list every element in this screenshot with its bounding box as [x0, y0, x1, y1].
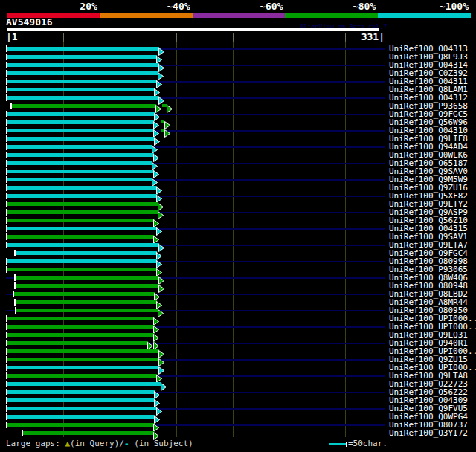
alignment-bar[interactable]: [7, 129, 154, 132]
alignment-bar[interactable]: [7, 145, 152, 149]
bar-start-tick: [6, 176, 7, 183]
alignment-bar[interactable]: [7, 161, 152, 165]
arrowhead-icon: [153, 314, 159, 323]
alignment-bar[interactable]: [7, 55, 157, 59]
bar-start-tick: [6, 209, 7, 216]
alignment-bar[interactable]: [7, 227, 157, 230]
alignment-bar[interactable]: [7, 325, 154, 329]
alignment-bar[interactable]: [22, 431, 153, 435]
fifty-line-right-tick: [346, 442, 347, 447]
alignment-bar[interactable]: [7, 415, 155, 419]
alignment-bar[interactable]: [7, 374, 157, 378]
arrowhead-icon: [153, 331, 159, 339]
bar-start-tick: [6, 78, 7, 85]
alignment-bar[interactable]: [15, 284, 160, 288]
bar-start-tick: [6, 54, 7, 60]
alignment-bar[interactable]: [7, 382, 161, 386]
bar-start-tick: [6, 323, 7, 330]
gaps-legend-prefix: Large gaps:: [6, 439, 65, 448]
bar-start-tick: [6, 45, 7, 52]
alignment-bar[interactable]: [7, 358, 159, 361]
arrowhead-icon: [158, 274, 164, 282]
alignment-bar[interactable]: [7, 88, 155, 91]
alignment-bar[interactable]: [7, 170, 154, 173]
bar-start-tick: [14, 282, 16, 289]
identity-scale-bar: 20%~40%~60%~80%~100%: [7, 1, 471, 18]
bar-start-tick: [6, 152, 7, 158]
alignment-bar[interactable]: [11, 104, 156, 108]
alignment-bar[interactable]: [7, 63, 159, 67]
alignment-bar[interactable]: [7, 423, 154, 427]
hit-label[interactable]: UniRef100_Q3YI72: [389, 429, 468, 437]
alignment-bar[interactable]: [7, 333, 154, 337]
alignment-bar[interactable]: [7, 47, 159, 51]
arrowhead-icon: [158, 355, 164, 364]
alignment-bar[interactable]: [7, 120, 154, 124]
arrowhead-icon: [156, 404, 162, 413]
alignment-bar[interactable]: [7, 194, 157, 198]
ruler-tick: [345, 33, 346, 42]
bar-start-tick: [6, 94, 7, 101]
alignment-bar[interactable]: [7, 259, 157, 263]
alignment-bar[interactable]: [7, 268, 157, 271]
arrowhead-icon: [155, 102, 161, 110]
arrowhead-icon: [158, 200, 164, 208]
arrowhead-icon: [158, 69, 164, 77]
alignment-bar[interactable]: [7, 341, 148, 345]
alignment-bar[interactable]: [15, 300, 157, 304]
alignment-bar[interactable]: [7, 96, 159, 100]
arrowhead-icon: [154, 413, 160, 421]
bar-start-tick: [13, 291, 14, 297]
arrowhead-icon: [158, 208, 164, 216]
arrowhead-icon: [164, 126, 170, 135]
alignment-bar[interactable]: [7, 80, 157, 83]
bar-start-tick: [6, 266, 7, 273]
alignment-bar[interactable]: [13, 292, 155, 296]
alignment-bar[interactable]: [7, 210, 158, 214]
alignment-bar[interactable]: [7, 390, 155, 394]
arrowhead-icon: [156, 192, 162, 200]
bar-start-tick: [6, 217, 7, 224]
alignment-bar[interactable]: [7, 137, 155, 141]
bar-start-tick: [10, 103, 12, 109]
bar-start-tick: [6, 372, 7, 379]
alignment-bar[interactable]: [7, 407, 157, 410]
arrowhead-icon: [156, 77, 162, 85]
bar-start-tick: [6, 364, 7, 371]
alignment-bar[interactable]: [7, 349, 159, 353]
arrowhead-icon: [153, 233, 159, 241]
ruler-tick: [233, 33, 234, 42]
scale-segment-color: [193, 13, 286, 18]
scale-segment-color: [285, 13, 378, 18]
alignment-bar[interactable]: [7, 71, 158, 75]
arrowhead-icon: [153, 323, 159, 331]
gaps-legend-mid: (in Query)/: [70, 439, 124, 448]
alignment-bar[interactable]: [7, 202, 158, 206]
alignment-bar[interactable]: [7, 366, 159, 369]
gaps-legend-suffix: (in Subject): [129, 439, 193, 448]
arrowhead-icon: [153, 167, 159, 175]
alignment-bar[interactable]: [7, 112, 155, 116]
alignment-bar[interactable]: [7, 153, 154, 157]
bar-start-tick: [6, 340, 7, 346]
alignment-bar[interactable]: [7, 235, 154, 239]
alignment-bar[interactable]: [7, 398, 155, 402]
gaps-legend: Large gaps: ▲(in Query)/- (in Subject): [6, 439, 193, 448]
alignment-bar[interactable]: [7, 178, 152, 181]
bar-start-tick: [6, 143, 7, 150]
alignment-bar[interactable]: [7, 219, 154, 222]
query-title: AV549016: [6, 17, 53, 27]
bar-start-tick: [6, 201, 7, 207]
arrowhead-icon: [158, 241, 164, 249]
bar-start-tick: [14, 250, 16, 256]
alignment-bar[interactable]: [15, 251, 157, 255]
alignment-bar[interactable]: [7, 243, 159, 247]
arrowhead-icon: [154, 290, 160, 298]
alignment-bar[interactable]: [15, 276, 160, 280]
alignment-bar[interactable]: [7, 317, 154, 320]
fifty-char-line-icon: [329, 443, 346, 445]
bar-start-tick: [6, 389, 7, 396]
bar-start-tick: [6, 356, 7, 363]
alignment-bar[interactable]: [16, 309, 158, 312]
alignment-bar[interactable]: [7, 186, 157, 190]
